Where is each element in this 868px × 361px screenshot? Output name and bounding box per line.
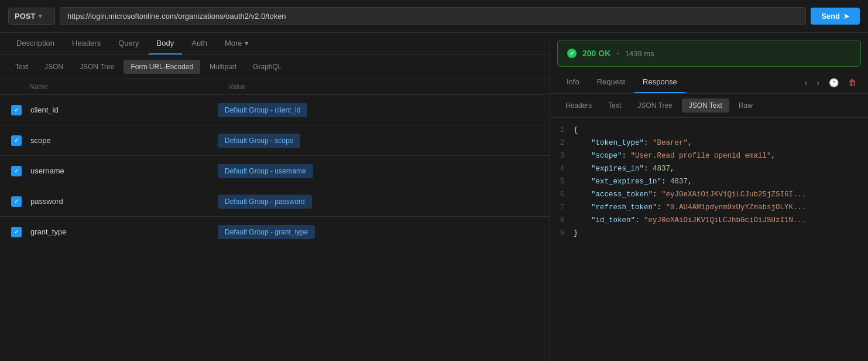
row-value-client_id[interactable]: Default Group - client_id	[218, 103, 541, 117]
table-row: grant_type Default Group - grant_type	[0, 217, 550, 247]
line-content: "scope": "User.Read profile openid email…	[574, 150, 868, 162]
status-code: 200 OK	[582, 49, 610, 58]
main-layout: Description Headers Query Body Auth More…	[0, 33, 868, 361]
row-name-scope: scope	[25, 136, 218, 145]
line-content: }	[574, 227, 868, 239]
json-viewer: 1{2 "token_type": "Bearer",3 "scope": "U…	[550, 118, 868, 361]
tab-more[interactable]: More ▾	[217, 33, 257, 55]
tab-description[interactable]: Description	[8, 33, 63, 55]
column-value-header: Value	[228, 83, 541, 91]
json-line: 1{	[550, 124, 868, 137]
history-button[interactable]: 🕐	[825, 76, 842, 90]
response-format-json-text[interactable]: JSON Text	[682, 98, 729, 113]
delete-button[interactable]: 🗑	[845, 76, 860, 90]
response-format-headers[interactable]: Headers	[558, 98, 599, 113]
row-checkbox-username[interactable]	[8, 166, 25, 176]
form-table-header: Name Value	[0, 79, 550, 95]
line-content: "expires_in": 4837,	[574, 163, 868, 175]
line-content: "id_token": "eyJ0eXAiOiJKV1QiLCJhbGciOiJ…	[574, 214, 868, 226]
format-tab-json[interactable]: JSON	[37, 60, 70, 74]
table-row: client_id Default Group - client_id	[0, 95, 550, 125]
form-table: Name Value client_id Default Group - cli…	[0, 79, 550, 361]
line-number: 6	[550, 189, 574, 200]
format-tab-multipart[interactable]: Multipart	[203, 60, 243, 74]
row-value-scope[interactable]: Default Group - scope	[218, 134, 541, 148]
row-name-grant_type: grant_type	[25, 227, 218, 236]
navigate-forward-button[interactable]: ›	[813, 76, 823, 90]
send-label: Send	[821, 12, 840, 21]
method-label: POST	[15, 12, 35, 21]
line-number: 4	[550, 163, 574, 175]
tab-auth[interactable]: Auth	[183, 33, 215, 55]
status-indicator-icon	[567, 49, 577, 58]
format-tab-bar: Text JSON JSON Tree Form URL-Encoded Mul…	[0, 55, 550, 79]
row-checkbox-password[interactable]	[8, 196, 25, 207]
line-content: {	[574, 124, 868, 136]
format-tab-graphql[interactable]: GraphQL	[246, 60, 289, 74]
send-icon: ➤	[843, 12, 849, 21]
status-bar: 200 OK • 1439 ms	[557, 40, 861, 67]
json-line: 5 "ext_expires_in": 4837,	[550, 175, 868, 188]
tab-info[interactable]: Info	[558, 71, 588, 93]
row-name-password: password	[25, 197, 218, 206]
response-format-raw[interactable]: Raw	[732, 98, 760, 113]
response-format-json-tree[interactable]: JSON Tree	[630, 98, 679, 113]
tab-response[interactable]: Response	[634, 71, 685, 93]
table-row: username Default Group - username	[0, 156, 550, 186]
more-chevron-icon: ▾	[245, 39, 249, 47]
status-dot: •	[616, 49, 619, 58]
row-checkbox-grant_type[interactable]	[8, 227, 25, 237]
tab-request[interactable]: Request	[589, 71, 633, 93]
send-button[interactable]: Send ➤	[811, 8, 860, 25]
tab-headers[interactable]: Headers	[64, 33, 109, 55]
primary-tab-bar: Description Headers Query Body Auth More…	[0, 33, 550, 55]
response-format-bar: Headers Text JSON Tree JSON Text Raw	[550, 94, 868, 118]
table-row: password Default Group - password	[0, 186, 550, 217]
row-value-password[interactable]: Default Group - password	[218, 195, 541, 209]
row-value-grant_type[interactable]: Default Group - grant_type	[218, 225, 541, 239]
form-rows-container: client_id Default Group - client_id scop…	[0, 95, 550, 247]
line-number: 9	[550, 227, 574, 239]
response-tab-actions: ‹ › 🕐 🗑	[801, 76, 860, 90]
tab-query[interactable]: Query	[110, 33, 147, 55]
top-bar: POST ▾ Send ➤	[0, 0, 868, 33]
navigate-back-button[interactable]: ‹	[801, 76, 811, 90]
status-time: 1439 ms	[625, 49, 654, 58]
line-number: 3	[550, 150, 574, 162]
right-panel: 200 OK • 1439 ms Info Request Response ‹…	[550, 33, 868, 361]
url-input[interactable]	[60, 7, 806, 25]
line-number: 2	[550, 137, 574, 149]
json-lines-container: 1{2 "token_type": "Bearer",3 "scope": "U…	[550, 124, 868, 240]
json-line: 6 "access_token": "eyJ0eXAiOiJKV1QiLCJub…	[550, 188, 868, 201]
line-content: "ext_expires_in": 4837,	[574, 176, 868, 188]
format-tab-json-tree[interactable]: JSON Tree	[73, 60, 121, 74]
response-format-text[interactable]: Text	[601, 98, 628, 113]
table-row: scope Default Group - scope	[0, 125, 550, 156]
json-line: 9}	[550, 227, 868, 240]
row-value-username[interactable]: Default Group - username	[218, 164, 541, 178]
line-number: 1	[550, 124, 574, 136]
method-selector[interactable]: POST ▾	[8, 8, 55, 25]
column-name-header: Name	[29, 83, 228, 91]
json-line: 2 "token_type": "Bearer",	[550, 137, 868, 149]
line-number: 8	[550, 214, 574, 226]
json-line: 7 "refresh_token": "0.AU4AM1pdynm9xUyYZm…	[550, 201, 868, 214]
line-content: "token_type": "Bearer",	[574, 137, 868, 149]
row-name-client_id: client_id	[25, 105, 218, 114]
row-name-username: username	[25, 166, 218, 175]
format-tab-form-url-encoded[interactable]: Form URL-Encoded	[123, 60, 200, 74]
method-chevron-icon: ▾	[39, 13, 42, 19]
row-checkbox-scope[interactable]	[8, 135, 25, 146]
json-line: 4 "expires_in": 4837,	[550, 162, 868, 175]
line-content: "refresh_token": "0.AU4AM1pdynm9xUyYZmab…	[574, 202, 868, 213]
line-content: "access_token": "eyJ0eXAiOiJKV1QiLCJub25…	[574, 189, 868, 200]
tab-body[interactable]: Body	[149, 33, 183, 55]
line-number: 5	[550, 176, 574, 188]
left-panel: Description Headers Query Body Auth More…	[0, 33, 550, 361]
response-tab-bar: Info Request Response ‹ › 🕐 🗑	[550, 71, 868, 94]
format-tab-text[interactable]: Text	[8, 60, 35, 74]
row-checkbox-client_id[interactable]	[8, 105, 25, 115]
line-number: 7	[550, 202, 574, 213]
json-line: 8 "id_token": "eyJ0eXAiOiJKV1QiLCJhbGciO…	[550, 214, 868, 227]
json-line: 3 "scope": "User.Read profile openid ema…	[550, 149, 868, 162]
